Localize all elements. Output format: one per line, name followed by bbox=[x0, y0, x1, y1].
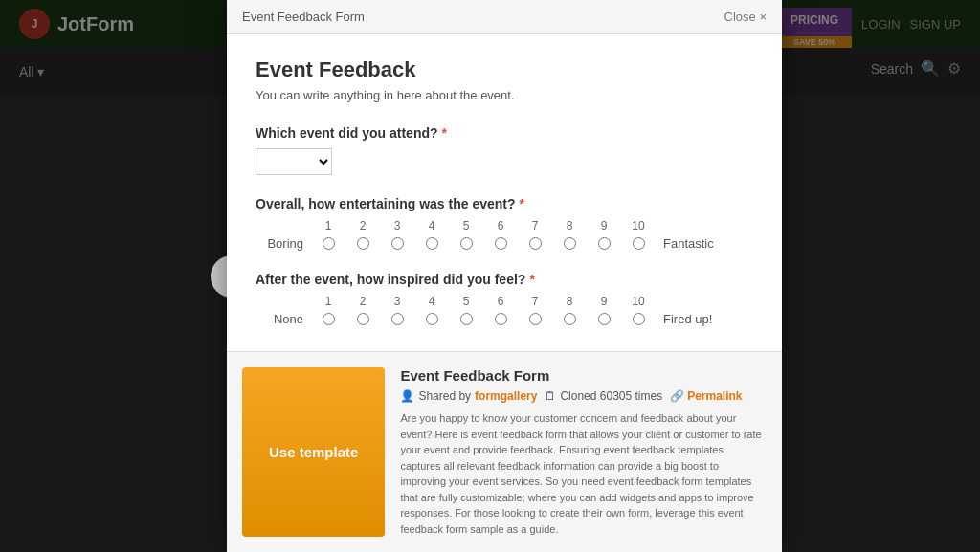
radio-entertaining-10[interactable] bbox=[633, 237, 645, 250]
radio-inspired-9[interactable] bbox=[598, 313, 611, 325]
modal-body: Event Feedback You can write anything in… bbox=[227, 34, 782, 352]
radio-inspired-8[interactable] bbox=[564, 313, 576, 325]
radio-entertaining-5[interactable] bbox=[460, 237, 473, 250]
permalink-link[interactable]: 🔗 Permalink bbox=[670, 389, 742, 403]
scale-radios-3: None Fired up! bbox=[256, 312, 753, 326]
radio-inspired-5[interactable] bbox=[460, 313, 473, 325]
event-select[interactable] bbox=[256, 148, 332, 175]
scale-left-label-2: Boring bbox=[256, 236, 311, 251]
radio-inspired-4[interactable] bbox=[426, 313, 438, 325]
field-event-select: Which event did you attend? * bbox=[256, 125, 753, 175]
field-entertaining: Overall, how entertaining was the event?… bbox=[256, 196, 753, 251]
footer-info: Event Feedback Form 👤 Shared by formgall… bbox=[400, 367, 767, 537]
radio-inspired-1[interactable] bbox=[323, 313, 335, 325]
scale-left-label-3: None bbox=[256, 312, 311, 326]
inspired-scale: 1 2 3 4 5 6 7 8 9 10 None bbox=[256, 295, 753, 326]
radio-entertaining-6[interactable] bbox=[495, 237, 507, 250]
shared-by-link[interactable]: formgallery bbox=[475, 389, 537, 403]
field3-label: After the event, how inspired did you fe… bbox=[256, 272, 753, 287]
modal-title: Event Feedback Form bbox=[242, 10, 365, 24]
field2-label: Overall, how entertaining was the event?… bbox=[256, 196, 753, 211]
shared-by: 👤 Shared by formgallery bbox=[400, 389, 537, 403]
scale-numbers-2: 1 2 3 4 5 6 7 8 9 10 bbox=[256, 219, 753, 232]
radio-group-2 bbox=[311, 237, 656, 250]
radio-inspired-2[interactable] bbox=[357, 313, 369, 325]
radio-entertaining-8[interactable] bbox=[564, 237, 576, 250]
field-inspired: After the event, how inspired did you fe… bbox=[256, 272, 753, 326]
required-indicator-3: * bbox=[529, 272, 534, 287]
form-title: Event Feedback bbox=[256, 57, 753, 82]
modal-dialog: Event Feedback Form Close × Event Feedba… bbox=[227, 0, 782, 552]
close-button[interactable]: Close × bbox=[724, 10, 767, 24]
radio-inspired-6[interactable] bbox=[495, 313, 507, 325]
event-select-wrapper bbox=[256, 148, 332, 175]
user-icon: 👤 bbox=[400, 389, 414, 403]
footer-description: Are you happy to know your customer conc… bbox=[400, 410, 767, 537]
scale-numbers-3: 1 2 3 4 5 6 7 8 9 10 bbox=[256, 295, 753, 308]
radio-entertaining-1[interactable] bbox=[323, 237, 335, 250]
radio-entertaining-2[interactable] bbox=[357, 237, 369, 250]
modal-footer: Use template Event Feedback Form 👤 Share… bbox=[227, 352, 782, 552]
modal-header: Event Feedback Form Close × bbox=[227, 0, 782, 34]
radio-inspired-10[interactable] bbox=[633, 313, 645, 325]
scale-right-label-2: Fantastic bbox=[656, 236, 714, 251]
radio-entertaining-7[interactable] bbox=[529, 237, 542, 250]
radio-entertaining-9[interactable] bbox=[598, 237, 611, 250]
use-template-button[interactable]: Use template bbox=[242, 367, 385, 537]
field1-label: Which event did you attend? * bbox=[256, 125, 753, 141]
link-icon: 🔗 bbox=[670, 389, 684, 403]
scale-right-label-3: Fired up! bbox=[656, 312, 712, 326]
required-indicator-2: * bbox=[520, 196, 524, 211]
radio-inspired-3[interactable] bbox=[391, 313, 404, 325]
entertaining-scale: 1 2 3 4 5 6 7 8 9 10 Boring bbox=[256, 219, 753, 251]
radio-entertaining-3[interactable] bbox=[391, 237, 404, 250]
clone-icon: 🗒 bbox=[545, 389, 556, 403]
cloned-count: 🗒 Cloned 60305 times bbox=[545, 389, 662, 403]
form-subtitle: You can write anything in here about the… bbox=[256, 88, 753, 102]
radio-entertaining-4[interactable] bbox=[426, 237, 438, 250]
required-indicator: * bbox=[442, 125, 447, 141]
radio-group-3 bbox=[311, 313, 656, 325]
scale-radios-2: Boring Fantastic bbox=[256, 236, 753, 251]
radio-inspired-7[interactable] bbox=[529, 313, 542, 325]
footer-form-title: Event Feedback Form bbox=[400, 367, 767, 384]
footer-meta: 👤 Shared by formgallery 🗒 Cloned 60305 t… bbox=[400, 389, 767, 403]
